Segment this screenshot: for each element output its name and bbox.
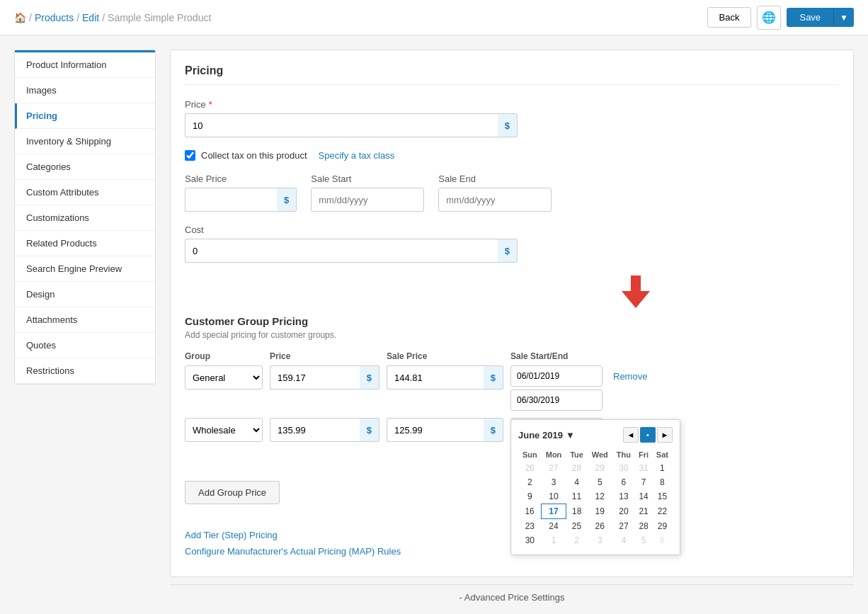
sidebar-item-custom-attributes[interactable]: Custom Attributes	[15, 180, 155, 205]
cal-day[interactable]: 26	[588, 519, 612, 534]
cal-day[interactable]: 14	[635, 489, 652, 504]
cal-day[interactable]: 7	[635, 475, 652, 489]
sale-start-date-1[interactable]	[510, 365, 603, 387]
cal-day[interactable]: 13	[612, 489, 635, 504]
cal-day[interactable]: 25	[566, 519, 587, 534]
group-select-1[interactable]: General Wholesale VIP	[185, 365, 263, 390]
breadcrumb-edit[interactable]: Edit	[82, 12, 99, 23]
calendar-today-button[interactable]: •	[640, 427, 656, 443]
cal-day[interactable]: 12	[588, 489, 612, 504]
cal-day[interactable]: 15	[652, 489, 672, 504]
sidebar-item-quotes[interactable]: Quotes	[15, 333, 155, 358]
sidebar-item-restrictions[interactable]: Restrictions	[15, 358, 155, 384]
group-select-2[interactable]: General Wholesale VIP	[185, 418, 263, 442]
cal-day[interactable]: 21	[635, 504, 652, 519]
add-group-price-button[interactable]: Add Group Price	[185, 481, 280, 504]
save-dropdown-button[interactable]: ▼	[833, 8, 854, 27]
calendar-next-button[interactable]: ►	[657, 427, 673, 443]
sidebar-item-search-engine-preview[interactable]: Search Engine Preview	[15, 256, 155, 282]
cal-day[interactable]: 6	[612, 475, 635, 489]
cal-day[interactable]: 3	[588, 533, 612, 547]
calendar-month-selector[interactable]: June 2019 ▼	[518, 430, 575, 440]
col-header-price: Price	[270, 351, 379, 361]
add-tier-pricing-link[interactable]: Add Tier (Step) Pricing	[185, 530, 278, 540]
cal-day[interactable]: 16	[518, 504, 542, 519]
cal-day[interactable]: 27	[542, 461, 566, 475]
cal-day[interactable]: 4	[612, 533, 635, 547]
cal-day[interactable]: 24	[542, 519, 566, 534]
sale-end-group: Sale End	[438, 174, 552, 212]
sidebar-item-customizations[interactable]: Customizations	[15, 205, 155, 231]
calendar-day-headers: Sun Mon Tue Wed Thu Fri Sat	[518, 448, 673, 461]
cal-day[interactable]: 9	[518, 489, 542, 504]
action-col-1: Remove	[613, 365, 656, 382]
pricing-panel: Pricing Price * $ Collect tax on this pr…	[170, 50, 854, 577]
price-input-group: $	[185, 113, 518, 137]
sale-start-group: Sale Start	[311, 174, 424, 212]
cal-day-today[interactable]: 17	[542, 504, 566, 519]
day-header-fri: Fri	[635, 448, 652, 461]
cal-day[interactable]: 22	[652, 504, 672, 519]
globe-button[interactable]: 🌐	[757, 6, 781, 30]
sale-price-input-group-2: $	[387, 418, 503, 442]
calendar-prev-button[interactable]: ◄	[623, 427, 639, 443]
home-icon[interactable]: 🏠	[14, 12, 26, 23]
save-button[interactable]: Save	[787, 8, 833, 27]
cal-day[interactable]: 20	[612, 504, 635, 519]
cal-day[interactable]: 10	[542, 489, 566, 504]
cal-day[interactable]: 28	[566, 461, 587, 475]
group-price-input-1[interactable]	[270, 365, 360, 390]
sidebar-item-images[interactable]: Images	[15, 78, 155, 103]
cal-day[interactable]: 5	[588, 475, 612, 489]
cal-day[interactable]: 8	[652, 475, 672, 489]
sidebar-item-product-information[interactable]: Product Information	[15, 50, 155, 78]
page-layout: Product Information Images Pricing Inven…	[0, 35, 868, 614]
sidebar-item-categories[interactable]: Categories	[15, 154, 155, 180]
remove-link-1[interactable]: Remove	[613, 365, 647, 382]
group-pricing-desc: Add special pricing for customer groups.	[185, 330, 839, 340]
breadcrumb-products[interactable]: Products	[35, 12, 74, 23]
cal-day[interactable]: 11	[566, 489, 587, 504]
cal-day[interactable]: 1	[542, 533, 566, 547]
configure-map-link[interactable]: Configure Manufacturer's Actual Pricing …	[185, 546, 401, 557]
tax-checkbox[interactable]	[185, 150, 195, 161]
tax-class-link[interactable]: Specify a tax class	[319, 150, 395, 161]
cal-day[interactable]: 1	[652, 461, 672, 475]
cal-day[interactable]: 4	[566, 475, 587, 489]
cal-day[interactable]: 5	[635, 533, 652, 547]
sale-end-date-1[interactable]	[510, 390, 603, 411]
group-price-input-2[interactable]	[270, 418, 360, 442]
cal-day[interactable]: 29	[652, 519, 672, 534]
advanced-price-settings-bar[interactable]: - Advanced Price Settings	[170, 584, 854, 610]
cal-day[interactable]: 19	[588, 504, 612, 519]
cost-input[interactable]	[185, 239, 498, 263]
price-input[interactable]	[185, 113, 498, 137]
sale-end-input[interactable]	[438, 188, 552, 212]
cal-day[interactable]: 2	[518, 475, 542, 489]
cal-day[interactable]: 18	[566, 504, 587, 519]
group-sale-price-input-1[interactable]	[387, 365, 484, 390]
back-button[interactable]: Back	[707, 7, 752, 28]
cal-day[interactable]: 2	[566, 533, 587, 547]
cal-day[interactable]: 23	[518, 519, 542, 534]
sidebar-item-inventory-shipping[interactable]: Inventory & Shipping	[15, 129, 155, 154]
sidebar-item-design[interactable]: Design	[15, 282, 155, 307]
sale-start-input[interactable]	[311, 188, 424, 212]
cal-day[interactable]: 30	[612, 461, 635, 475]
group-sale-price-input-2[interactable]	[387, 418, 484, 442]
sale-price-input[interactable]	[185, 188, 277, 212]
sale-price-input-group-1: $	[387, 365, 503, 390]
sidebar-item-pricing[interactable]: Pricing	[15, 103, 155, 129]
cal-day[interactable]: 30	[518, 533, 542, 547]
cal-day[interactable]: 3	[542, 475, 566, 489]
day-header-thu: Thu	[612, 448, 635, 461]
cal-day[interactable]: 31	[635, 461, 652, 475]
cal-day[interactable]: 27	[612, 519, 635, 534]
sidebar-item-attachments[interactable]: Attachments	[15, 307, 155, 333]
group-row-general: General Wholesale VIP $	[185, 365, 839, 411]
cal-day[interactable]: 29	[588, 461, 612, 475]
cal-day[interactable]: 26	[518, 461, 542, 475]
cal-day[interactable]: 28	[635, 519, 652, 534]
cal-day[interactable]: 6	[652, 533, 672, 547]
sidebar-item-related-products[interactable]: Related Products	[15, 231, 155, 256]
